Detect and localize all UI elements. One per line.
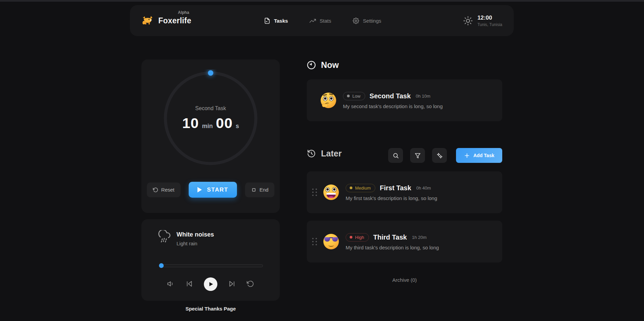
archive-toggle[interactable]: Archive (0) (307, 277, 502, 283)
search-icon (393, 152, 399, 159)
nav-tab-stats[interactable]: Stats (310, 18, 331, 24)
skip-back-icon (186, 280, 193, 288)
later-toolbar: Add Task (388, 148, 502, 163)
volume-icon (167, 280, 175, 288)
sun-icon (463, 16, 473, 25)
timer-minutes: 10 (182, 115, 199, 131)
timer-seconds: 00 (216, 115, 233, 131)
next-track-button[interactable] (228, 280, 236, 288)
volume-button[interactable] (167, 280, 175, 288)
filter-button[interactable] (410, 148, 425, 163)
priority-badge: Medium (346, 184, 375, 192)
timer-sec-unit: s (236, 123, 239, 130)
end-button[interactable]: End (245, 182, 275, 197)
priority-badge: Low (343, 92, 365, 100)
add-task-label: Add Task (474, 153, 494, 158)
reset-button[interactable]: Reset (147, 182, 181, 197)
slider-track[interactable] (159, 264, 263, 267)
rotate-ccw-icon (153, 187, 158, 193)
stop-square-icon (251, 187, 257, 193)
timer-readout: Second Task 10 min 00 s (141, 69, 280, 167)
play-button[interactable] (204, 277, 217, 291)
nav-stats-label: Stats (320, 18, 331, 24)
skip-forward-icon (228, 280, 236, 288)
timer-task-name: Second Task (195, 105, 226, 112)
previous-track-button[interactable] (185, 280, 193, 288)
task-duration: 0h 40m (416, 186, 431, 191)
later-task-card-2[interactable]: High Third Task 1h 20m My third task's d… (307, 221, 502, 263)
slider-thumb[interactable] (159, 263, 164, 268)
player-progress-slider[interactable] (159, 263, 263, 268)
clock-time: 12:00 (477, 15, 502, 21)
weather-widget: 12:00 Tunis, Tunisia (463, 15, 502, 27)
nav-settings-label: Settings (363, 18, 381, 24)
drag-handle[interactable] (312, 238, 317, 245)
sort-sparkles-button[interactable] (432, 148, 447, 163)
nav-tab-tasks[interactable]: Tasks (264, 18, 288, 24)
player-track-name: Light rain (177, 241, 214, 246)
task-duration: 1h 20m (412, 235, 426, 240)
start-button[interactable]: START (189, 182, 237, 198)
rotate-ccw-icon (247, 280, 254, 288)
task-description: My second task's description is long, so… (343, 103, 493, 109)
end-label: End (260, 187, 269, 193)
play-icon (197, 187, 202, 193)
add-task-button[interactable]: Add Task (456, 148, 502, 163)
play-icon (208, 281, 214, 287)
app-logo[interactable]: Foxerlife Alpha (141, 15, 191, 26)
clock-icon (307, 60, 316, 70)
timer-controls: Reset START End (141, 182, 280, 198)
reset-label: Reset (161, 187, 175, 193)
repeat-button[interactable] (246, 280, 254, 288)
file-text-icon (264, 18, 270, 24)
white-noise-card: White noises Light rain (141, 219, 280, 301)
start-label: START (207, 187, 228, 193)
alpha-badge: Alpha (178, 10, 189, 15)
task-duration: 0h 10m (416, 94, 430, 99)
priority-dot (350, 236, 352, 239)
priority-dot (347, 95, 350, 97)
plus-icon (464, 153, 470, 158)
sparkles-icon (436, 152, 443, 159)
task-description: My first task's description is long, so … (346, 195, 493, 201)
timer-card: Second Task 10 min 00 s Reset START End (141, 59, 280, 213)
nav-tab-settings[interactable]: Settings (353, 18, 381, 24)
later-title: Later (321, 149, 342, 158)
priority-dot (350, 187, 352, 189)
trending-up-icon (310, 18, 316, 24)
search-button[interactable] (388, 148, 403, 163)
filter-funnel-icon (414, 152, 421, 159)
drag-handle[interactable] (312, 189, 317, 196)
nav-tasks-label: Tasks (274, 18, 288, 24)
later-section-heading: Later (307, 149, 342, 158)
task-title: First Task (380, 184, 411, 192)
player-controls (141, 277, 280, 291)
priority-badge: High (346, 233, 369, 242)
gear-icon (353, 18, 359, 24)
now-section-heading: Now (307, 60, 339, 70)
top-navbar: Foxerlife Alpha Tasks Stats Settings 12:… (130, 5, 514, 36)
location-label: Tunis, Tunisia (477, 22, 502, 27)
now-title: Now (321, 60, 339, 70)
task-description: My third task's description is long, so … (346, 245, 493, 250)
grinning-face-emoji (323, 184, 339, 200)
later-task-card-1[interactable]: Medium First Task 0h 40m My first task's… (307, 171, 502, 213)
player-title: White noises (177, 231, 214, 238)
thinking-face-emoji (321, 93, 336, 108)
special-thanks-link[interactable]: Special Thanks Page (141, 306, 280, 312)
task-title: Third Task (373, 233, 407, 241)
now-task-card[interactable]: Low Second Task 0h 10m My second task's … (307, 79, 502, 121)
history-icon (307, 149, 316, 158)
window-top-edge (0, 0, 644, 2)
app-name: Foxerlife (158, 16, 191, 25)
sunglasses-face-emoji (323, 234, 339, 249)
main-nav: Tasks Stats Settings (264, 18, 381, 24)
timer-min-unit: min (202, 123, 213, 130)
task-title: Second Task (370, 92, 411, 100)
fox-logo-icon (141, 15, 155, 26)
cloud-drizzle-icon (158, 230, 170, 244)
timer-time: 10 min 00 s (182, 115, 239, 131)
